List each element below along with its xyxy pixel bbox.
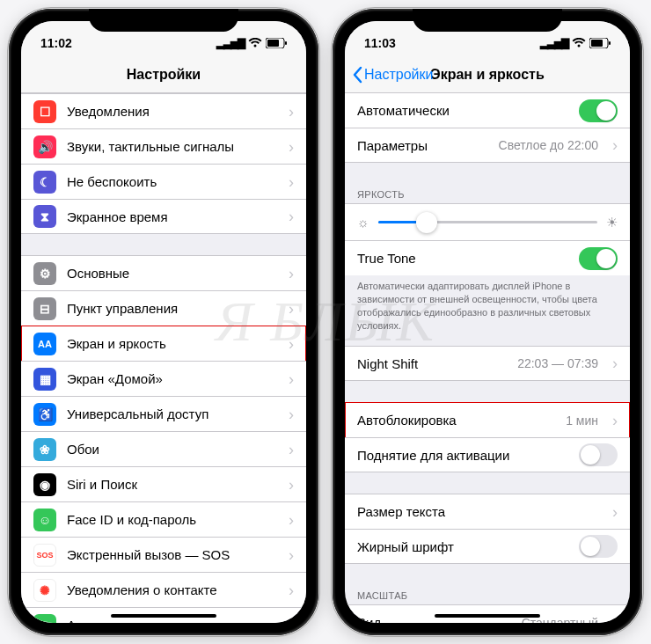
battery-icon: ▮ [33,614,56,624]
grid-icon: ▦ [33,368,56,391]
row-label: Универсальный доступ [67,406,274,421]
row-label: Пункт управления [67,301,274,316]
row-autolock[interactable]: Автоблокировка 1 мин › [345,402,630,437]
home-indicator[interactable] [435,614,540,618]
wifi-icon [248,38,262,48]
display-settings-list[interactable]: Автоматически Параметры Светлое до 22:00… [345,93,630,623]
home-indicator[interactable] [111,614,216,618]
chevron-right-icon: › [289,618,294,624]
status-time: 11:02 [40,36,72,50]
virus-icon: ✺ [33,579,56,602]
chevron-right-icon: › [612,504,618,520]
back-button[interactable]: Настройки [345,66,433,84]
chevron-right-icon: › [289,371,294,387]
row-label: Автоматически [357,103,568,118]
toggle-truetone[interactable] [579,247,618,270]
settings-row[interactable]: ❀Обои› [21,431,306,466]
chevron-right-icon: › [289,477,294,493]
row-label: Поднятие для активации [357,448,568,463]
settings-row[interactable]: 🔊Звуки, тактильные сигналы› [21,128,306,164]
row-nightshift[interactable]: Night Shift 22:03 — 07:39 › [345,346,630,381]
cellular-icon: ▂▃▅▇ [540,37,568,49]
phone-left: 11:02 ▂▃▅▇ Настройки ☐Уведомления›🔊Звуки… [9,9,318,635]
screen-right: 11:03 ▂▃▅▇ Настройки Экран и яркость Авт… [345,21,630,623]
chevron-right-icon: › [289,301,294,317]
row-bold-text[interactable]: Жирный шрифт [345,529,630,564]
row-label: Аккумулятор [67,618,274,623]
settings-row[interactable]: ☺Face ID и код-пароль› [21,501,306,537]
cellular-icon: ▂▃▅▇ [216,37,245,49]
gear-icon: ⚙ [33,262,56,285]
chevron-right-icon: › [289,512,294,528]
wifi-icon [572,38,586,48]
settings-row[interactable]: SOSЭкстренный вызов — SOS› [21,537,306,572]
row-value: 22:03 — 07:39 [517,356,598,370]
svg-rect-5 [609,41,611,45]
row-label: Жирный шрифт [357,539,568,554]
row-label: Экран и яркость [67,336,274,351]
aa-icon: AA [33,333,56,355]
screen-left: 11:02 ▂▃▅▇ Настройки ☐Уведомления›🔊Звуки… [21,21,306,623]
settings-row[interactable]: AAЭкран и яркость› [21,326,306,361]
row-auto-appearance[interactable]: Автоматически [345,93,630,128]
chevron-right-icon: › [289,209,294,224]
appearance-group: Автоматически Параметры Светлое до 22:00… [345,93,630,163]
settings-row[interactable]: ⧗Экранное время› [21,199,306,234]
flower-icon: ❀ [33,438,56,461]
text-group: Размер текста › Жирный шрифт [345,494,630,564]
chevron-right-icon: › [289,104,294,120]
back-label: Настройки [364,67,433,83]
row-raise-to-wake[interactable]: Поднятие для активации [345,437,630,472]
row-text-size[interactable]: Размер текста › [345,494,630,529]
autolock-group: Автоблокировка 1 мин › Поднятие для акти… [345,402,630,472]
row-label: Автоблокировка [357,413,555,428]
svg-rect-2 [285,41,287,45]
svg-rect-4 [591,40,603,47]
battery-icon [266,38,287,48]
settings-row[interactable]: ♿Универсальный доступ› [21,396,306,431]
settings-group: ⚙Основные›⊟Пункт управления›AAЭкран и яр… [21,255,306,623]
toggle-auto-appearance[interactable] [579,99,618,122]
row-options[interactable]: Параметры Светлое до 22:00 › [345,128,630,163]
settings-row[interactable]: ✺Уведомления о контакте› [21,572,306,607]
sun-large-icon: ☀ [606,215,618,231]
row-label: Экранное время [67,209,274,224]
row-label: Размер текста [357,504,598,519]
settings-row[interactable]: ◉Siri и Поиск› [21,466,306,501]
chevron-right-icon: › [612,137,618,153]
phones-container: 11:02 ▂▃▅▇ Настройки ☐Уведомления›🔊Звуки… [0,0,651,644]
status-icons: ▂▃▅▇ [540,37,611,49]
status-time: 11:03 [364,36,396,50]
toggle-raise-to-wake[interactable] [579,443,618,466]
row-label: Уведомления о контакте [67,582,274,597]
settings-row[interactable]: ⚙Основные› [21,255,306,290]
row-truetone[interactable]: True Tone [345,240,630,275]
brightness-slider[interactable] [378,221,597,223]
settings-list[interactable]: ☐Уведомления›🔊Звуки, тактильные сигналы›… [21,93,306,623]
faceid-icon: ☺ [33,509,56,531]
group-header-zoom: МАСШТАБ [345,585,630,604]
chevron-right-icon: › [289,406,294,422]
slider-thumb[interactable] [416,212,437,233]
chevron-right-icon: › [289,547,294,563]
row-value: 1 мин [566,413,598,428]
sound-icon: 🔊 [33,135,56,158]
chevron-right-icon: › [289,174,294,190]
row-label: Параметры [357,138,488,153]
chevron-right-icon: › [289,442,294,457]
chevron-right-icon: › [289,266,294,282]
settings-row[interactable]: ☐Уведомления› [21,93,306,128]
brightness-group: ЯРКОСТЬ ☼ ☀ True Tone Автоматически адап… [345,184,630,333]
nav-bar: Настройки [21,56,306,93]
settings-row[interactable]: ▦Экран «Домой»› [21,361,306,396]
row-label: Обои [67,442,274,457]
settings-row[interactable]: ☾Не беспокоить› [21,164,306,199]
nightshift-group: Night Shift 22:03 — 07:39 › [345,346,630,381]
settings-row[interactable]: ⊟Пункт управления› [21,290,306,326]
group-header-brightness: ЯРКОСТЬ [345,184,630,203]
chevron-right-icon: › [289,139,294,155]
toggle-bold-text[interactable] [579,535,618,558]
battery-icon [589,38,611,48]
row-label: Уведомления [67,104,274,119]
notif-icon: ☐ [33,100,56,123]
